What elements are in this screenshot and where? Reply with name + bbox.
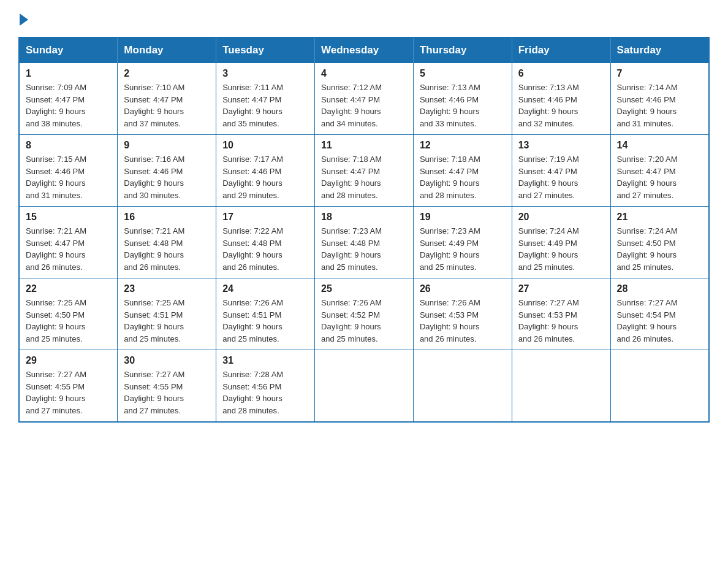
calendar-cell: 11 Sunrise: 7:18 AMSunset: 4:47 PMDaylig… (315, 135, 414, 207)
day-number: 8 (26, 140, 111, 151)
day-info: Sunrise: 7:18 AMSunset: 4:47 PMDaylight:… (420, 153, 506, 201)
header-thursday: Thursday (413, 37, 512, 63)
day-info: Sunrise: 7:26 AMSunset: 4:53 PMDaylight:… (420, 297, 506, 345)
day-number: 1 (26, 68, 111, 79)
day-number: 27 (518, 283, 604, 294)
calendar-cell: 6 Sunrise: 7:13 AMSunset: 4:46 PMDayligh… (512, 63, 610, 135)
calendar-cell: 27 Sunrise: 7:27 AMSunset: 4:53 PMDaylig… (512, 278, 610, 350)
day-number: 17 (222, 212, 308, 223)
day-number: 14 (617, 140, 702, 151)
day-number: 25 (321, 283, 407, 294)
calendar-cell: 31 Sunrise: 7:28 AMSunset: 4:56 PMDaylig… (216, 350, 315, 423)
day-info: Sunrise: 7:18 AMSunset: 4:47 PMDaylight:… (321, 153, 407, 201)
calendar-cell: 9 Sunrise: 7:16 AMSunset: 4:46 PMDayligh… (118, 135, 216, 207)
calendar-cell (610, 350, 709, 423)
calendar-cell (413, 350, 512, 423)
day-number: 6 (518, 68, 604, 79)
day-info: Sunrise: 7:13 AMSunset: 4:46 PMDaylight:… (518, 82, 604, 129)
day-info: Sunrise: 7:20 AMSunset: 4:47 PMDaylight:… (617, 153, 702, 201)
calendar-cell: 28 Sunrise: 7:27 AMSunset: 4:54 PMDaylig… (610, 278, 709, 350)
day-number: 21 (617, 212, 702, 223)
day-number: 9 (124, 140, 210, 151)
calendar-week-row: 22 Sunrise: 7:25 AMSunset: 4:50 PMDaylig… (19, 278, 709, 350)
day-number: 30 (124, 355, 210, 366)
day-number: 5 (420, 68, 506, 79)
day-info: Sunrise: 7:16 AMSunset: 4:46 PMDaylight:… (124, 153, 210, 201)
header-tuesday: Tuesday (216, 37, 315, 63)
day-info: Sunrise: 7:24 AMSunset: 4:50 PMDaylight:… (617, 225, 702, 273)
day-number: 12 (420, 140, 506, 151)
calendar-cell: 10 Sunrise: 7:17 AMSunset: 4:46 PMDaylig… (216, 135, 315, 207)
day-info: Sunrise: 7:13 AMSunset: 4:46 PMDaylight:… (420, 82, 506, 129)
day-info: Sunrise: 7:21 AMSunset: 4:48 PMDaylight:… (124, 225, 210, 273)
calendar-cell: 24 Sunrise: 7:26 AMSunset: 4:51 PMDaylig… (216, 278, 315, 350)
day-info: Sunrise: 7:27 AMSunset: 4:53 PMDaylight:… (518, 297, 604, 345)
calendar-cell: 1 Sunrise: 7:09 AMSunset: 4:47 PMDayligh… (19, 63, 118, 135)
calendar-cell: 19 Sunrise: 7:23 AMSunset: 4:49 PMDaylig… (413, 207, 512, 278)
day-info: Sunrise: 7:23 AMSunset: 4:48 PMDaylight:… (321, 225, 407, 273)
calendar-cell: 2 Sunrise: 7:10 AMSunset: 4:47 PMDayligh… (118, 63, 216, 135)
calendar-cell: 8 Sunrise: 7:15 AMSunset: 4:46 PMDayligh… (19, 135, 118, 207)
calendar-cell: 16 Sunrise: 7:21 AMSunset: 4:48 PMDaylig… (118, 207, 216, 278)
day-info: Sunrise: 7:09 AMSunset: 4:47 PMDaylight:… (26, 82, 111, 129)
header-monday: Monday (118, 37, 216, 63)
day-number: 15 (26, 212, 111, 223)
day-number: 11 (321, 140, 407, 151)
day-info: Sunrise: 7:19 AMSunset: 4:47 PMDaylight:… (518, 153, 604, 201)
logo (18, 12, 28, 25)
calendar-cell: 21 Sunrise: 7:24 AMSunset: 4:50 PMDaylig… (610, 207, 709, 278)
calendar-cell: 26 Sunrise: 7:26 AMSunset: 4:53 PMDaylig… (413, 278, 512, 350)
page-header (18, 12, 710, 25)
day-info: Sunrise: 7:21 AMSunset: 4:47 PMDaylight:… (26, 225, 111, 273)
calendar-week-row: 15 Sunrise: 7:21 AMSunset: 4:47 PMDaylig… (19, 207, 709, 278)
calendar-cell: 13 Sunrise: 7:19 AMSunset: 4:47 PMDaylig… (512, 135, 610, 207)
day-info: Sunrise: 7:10 AMSunset: 4:47 PMDaylight:… (124, 82, 210, 129)
day-number: 23 (124, 283, 210, 294)
day-info: Sunrise: 7:24 AMSunset: 4:49 PMDaylight:… (518, 225, 604, 273)
calendar-cell: 15 Sunrise: 7:21 AMSunset: 4:47 PMDaylig… (19, 207, 118, 278)
calendar-week-row: 29 Sunrise: 7:27 AMSunset: 4:55 PMDaylig… (19, 350, 709, 423)
day-info: Sunrise: 7:28 AMSunset: 4:56 PMDaylight:… (222, 369, 308, 416)
day-number: 13 (518, 140, 604, 151)
header-friday: Friday (512, 37, 610, 63)
day-info: Sunrise: 7:25 AMSunset: 4:51 PMDaylight:… (124, 297, 210, 345)
day-info: Sunrise: 7:26 AMSunset: 4:51 PMDaylight:… (222, 297, 308, 345)
calendar-cell: 20 Sunrise: 7:24 AMSunset: 4:49 PMDaylig… (512, 207, 610, 278)
day-info: Sunrise: 7:22 AMSunset: 4:48 PMDaylight:… (222, 225, 308, 273)
day-number: 22 (26, 283, 111, 294)
day-number: 18 (321, 212, 407, 223)
calendar-header-row: Sunday Monday Tuesday Wednesday Thursday… (19, 37, 709, 63)
calendar-cell (315, 350, 414, 423)
logo-arrow-icon (20, 13, 28, 26)
calendar-cell: 25 Sunrise: 7:26 AMSunset: 4:52 PMDaylig… (315, 278, 414, 350)
calendar-cell (512, 350, 610, 423)
calendar-cell: 22 Sunrise: 7:25 AMSunset: 4:50 PMDaylig… (19, 278, 118, 350)
header-wednesday: Wednesday (315, 37, 414, 63)
calendar-cell: 14 Sunrise: 7:20 AMSunset: 4:47 PMDaylig… (610, 135, 709, 207)
day-number: 4 (321, 68, 407, 79)
calendar-cell: 12 Sunrise: 7:18 AMSunset: 4:47 PMDaylig… (413, 135, 512, 207)
calendar-week-row: 1 Sunrise: 7:09 AMSunset: 4:47 PMDayligh… (19, 63, 709, 135)
calendar-cell: 17 Sunrise: 7:22 AMSunset: 4:48 PMDaylig… (216, 207, 315, 278)
day-number: 16 (124, 212, 210, 223)
calendar-week-row: 8 Sunrise: 7:15 AMSunset: 4:46 PMDayligh… (19, 135, 709, 207)
day-number: 7 (617, 68, 702, 79)
calendar-cell: 7 Sunrise: 7:14 AMSunset: 4:46 PMDayligh… (610, 63, 709, 135)
day-info: Sunrise: 7:27 AMSunset: 4:54 PMDaylight:… (617, 297, 702, 345)
day-number: 31 (222, 355, 308, 366)
day-info: Sunrise: 7:12 AMSunset: 4:47 PMDaylight:… (321, 82, 407, 129)
calendar-cell: 5 Sunrise: 7:13 AMSunset: 4:46 PMDayligh… (413, 63, 512, 135)
day-info: Sunrise: 7:27 AMSunset: 4:55 PMDaylight:… (124, 369, 210, 416)
calendar-cell: 23 Sunrise: 7:25 AMSunset: 4:51 PMDaylig… (118, 278, 216, 350)
day-number: 2 (124, 68, 210, 79)
day-info: Sunrise: 7:15 AMSunset: 4:46 PMDaylight:… (26, 153, 111, 201)
day-info: Sunrise: 7:17 AMSunset: 4:46 PMDaylight:… (222, 153, 308, 201)
day-number: 28 (617, 283, 702, 294)
day-number: 3 (222, 68, 308, 79)
calendar-cell: 29 Sunrise: 7:27 AMSunset: 4:55 PMDaylig… (19, 350, 118, 423)
day-info: Sunrise: 7:25 AMSunset: 4:50 PMDaylight:… (26, 297, 111, 345)
day-number: 20 (518, 212, 604, 223)
day-info: Sunrise: 7:14 AMSunset: 4:46 PMDaylight:… (617, 82, 702, 129)
day-info: Sunrise: 7:27 AMSunset: 4:55 PMDaylight:… (26, 369, 111, 416)
day-info: Sunrise: 7:11 AMSunset: 4:47 PMDaylight:… (222, 82, 308, 129)
